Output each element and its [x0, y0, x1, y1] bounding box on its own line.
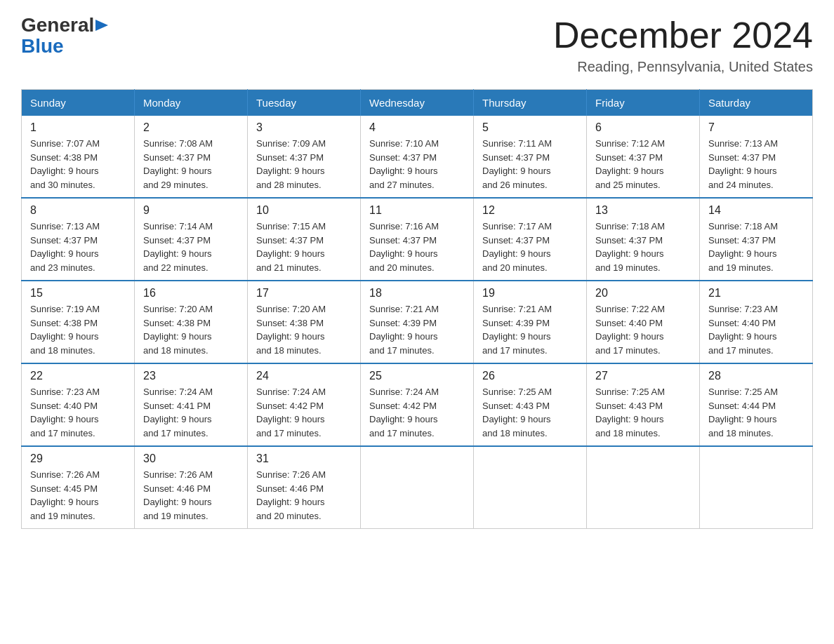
- calendar-cell: 1Sunrise: 7:07 AMSunset: 4:38 PMDaylight…: [22, 116, 135, 198]
- calendar-cell: 24Sunrise: 7:24 AMSunset: 4:42 PMDayligh…: [248, 363, 361, 446]
- day-number: 2: [143, 121, 239, 134]
- day-number: 31: [256, 452, 352, 465]
- calendar-table: SundayMondayTuesdayWednesdayThursdayFrid…: [21, 89, 813, 529]
- day-number: 5: [482, 121, 578, 134]
- day-info: Sunrise: 7:26 AMSunset: 4:46 PMDaylight:…: [143, 468, 239, 523]
- weekday-header-friday: Friday: [587, 90, 700, 116]
- day-number: 7: [708, 121, 804, 134]
- day-info: Sunrise: 7:15 AMSunset: 4:37 PMDaylight:…: [256, 220, 352, 274]
- calendar-cell: 12Sunrise: 7:17 AMSunset: 4:37 PMDayligh…: [474, 198, 587, 281]
- week-row-4: 22Sunrise: 7:23 AMSunset: 4:40 PMDayligh…: [22, 363, 813, 446]
- calendar-cell: [474, 446, 587, 529]
- day-number: 22: [30, 370, 126, 382]
- calendar-cell: 29Sunrise: 7:26 AMSunset: 4:45 PMDayligh…: [22, 446, 135, 529]
- day-number: 18: [369, 287, 465, 300]
- day-number: 3: [256, 121, 352, 134]
- svg-marker-0: [95, 20, 108, 31]
- calendar-cell: 9Sunrise: 7:14 AMSunset: 4:37 PMDaylight…: [135, 198, 248, 281]
- day-number: 15: [30, 287, 126, 300]
- day-info: Sunrise: 7:20 AMSunset: 4:38 PMDaylight:…: [256, 302, 352, 357]
- header: General Blue December 2024 Reading, Penn…: [21, 14, 813, 75]
- week-row-3: 15Sunrise: 7:19 AMSunset: 4:38 PMDayligh…: [22, 281, 813, 363]
- day-number: 27: [595, 370, 691, 382]
- calendar-cell: 5Sunrise: 7:11 AMSunset: 4:37 PMDaylight…: [474, 116, 587, 198]
- month-year-title: December 2024: [553, 14, 813, 56]
- day-number: 16: [143, 287, 239, 300]
- day-info: Sunrise: 7:18 AMSunset: 4:37 PMDaylight:…: [595, 220, 691, 274]
- weekday-header-monday: Monday: [135, 90, 248, 116]
- calendar-cell: 8Sunrise: 7:13 AMSunset: 4:37 PMDaylight…: [22, 198, 135, 281]
- day-info: Sunrise: 7:24 AMSunset: 4:42 PMDaylight:…: [369, 385, 465, 440]
- day-info: Sunrise: 7:25 AMSunset: 4:44 PMDaylight:…: [708, 385, 804, 440]
- day-info: Sunrise: 7:25 AMSunset: 4:43 PMDaylight:…: [595, 385, 691, 440]
- calendar-cell: 10Sunrise: 7:15 AMSunset: 4:37 PMDayligh…: [248, 198, 361, 281]
- weekday-header-thursday: Thursday: [474, 90, 587, 116]
- day-info: Sunrise: 7:10 AMSunset: 4:37 PMDaylight:…: [369, 137, 465, 192]
- day-number: 9: [143, 204, 239, 217]
- day-info: Sunrise: 7:18 AMSunset: 4:37 PMDaylight:…: [708, 220, 804, 274]
- week-row-2: 8Sunrise: 7:13 AMSunset: 4:37 PMDaylight…: [22, 198, 813, 281]
- day-number: 10: [256, 204, 352, 217]
- week-row-5: 29Sunrise: 7:26 AMSunset: 4:45 PMDayligh…: [22, 446, 813, 529]
- weekday-header-wednesday: Wednesday: [361, 90, 474, 116]
- logo-blue-text: Blue: [21, 36, 64, 56]
- day-number: 24: [256, 370, 352, 382]
- day-info: Sunrise: 7:22 AMSunset: 4:40 PMDaylight:…: [595, 302, 691, 357]
- calendar-cell: 28Sunrise: 7:25 AMSunset: 4:44 PMDayligh…: [700, 363, 813, 446]
- day-info: Sunrise: 7:16 AMSunset: 4:37 PMDaylight:…: [369, 220, 465, 274]
- day-number: 4: [369, 121, 465, 134]
- calendar-cell: 30Sunrise: 7:26 AMSunset: 4:46 PMDayligh…: [135, 446, 248, 529]
- calendar-cell: 19Sunrise: 7:21 AMSunset: 4:39 PMDayligh…: [474, 281, 587, 363]
- calendar-cell: [361, 446, 474, 529]
- calendar-cell: 6Sunrise: 7:12 AMSunset: 4:37 PMDaylight…: [587, 116, 700, 198]
- day-number: 12: [482, 204, 578, 217]
- day-number: 14: [708, 204, 804, 217]
- day-info: Sunrise: 7:19 AMSunset: 4:38 PMDaylight:…: [30, 302, 126, 357]
- calendar-cell: [700, 446, 813, 529]
- day-number: 20: [595, 287, 691, 300]
- logo: General Blue: [21, 14, 108, 56]
- day-info: Sunrise: 7:14 AMSunset: 4:37 PMDaylight:…: [143, 220, 239, 274]
- weekday-header-sunday: Sunday: [22, 90, 135, 116]
- weekday-header-tuesday: Tuesday: [248, 90, 361, 116]
- calendar-cell: 14Sunrise: 7:18 AMSunset: 4:37 PMDayligh…: [700, 198, 813, 281]
- day-info: Sunrise: 7:21 AMSunset: 4:39 PMDaylight:…: [369, 302, 465, 357]
- calendar-cell: 31Sunrise: 7:26 AMSunset: 4:46 PMDayligh…: [248, 446, 361, 529]
- weekday-header-saturday: Saturday: [700, 90, 813, 116]
- day-info: Sunrise: 7:23 AMSunset: 4:40 PMDaylight:…: [30, 385, 126, 440]
- calendar-cell: 11Sunrise: 7:16 AMSunset: 4:37 PMDayligh…: [361, 198, 474, 281]
- calendar-cell: [587, 446, 700, 529]
- calendar-cell: 27Sunrise: 7:25 AMSunset: 4:43 PMDayligh…: [587, 363, 700, 446]
- calendar-cell: 18Sunrise: 7:21 AMSunset: 4:39 PMDayligh…: [361, 281, 474, 363]
- day-number: 8: [30, 204, 126, 217]
- calendar-cell: 25Sunrise: 7:24 AMSunset: 4:42 PMDayligh…: [361, 363, 474, 446]
- day-number: 30: [143, 452, 239, 465]
- day-number: 23: [143, 370, 239, 382]
- title-area: December 2024 Reading, Pennsylvania, Uni…: [553, 14, 813, 75]
- day-info: Sunrise: 7:12 AMSunset: 4:37 PMDaylight:…: [595, 137, 691, 192]
- calendar-cell: 15Sunrise: 7:19 AMSunset: 4:38 PMDayligh…: [22, 281, 135, 363]
- logo-general-text: General: [21, 14, 94, 36]
- weekday-header-row: SundayMondayTuesdayWednesdayThursdayFrid…: [22, 90, 813, 116]
- day-number: 21: [708, 287, 804, 300]
- day-info: Sunrise: 7:26 AMSunset: 4:45 PMDaylight:…: [30, 468, 126, 523]
- calendar-cell: 20Sunrise: 7:22 AMSunset: 4:40 PMDayligh…: [587, 281, 700, 363]
- day-info: Sunrise: 7:13 AMSunset: 4:37 PMDaylight:…: [30, 220, 126, 274]
- logo-arrow-icon: [95, 18, 108, 32]
- calendar-cell: 2Sunrise: 7:08 AMSunset: 4:37 PMDaylight…: [135, 116, 248, 198]
- day-number: 13: [595, 204, 691, 217]
- day-info: Sunrise: 7:07 AMSunset: 4:38 PMDaylight:…: [30, 137, 126, 192]
- day-number: 29: [30, 452, 126, 465]
- day-info: Sunrise: 7:24 AMSunset: 4:42 PMDaylight:…: [256, 385, 352, 440]
- day-info: Sunrise: 7:26 AMSunset: 4:46 PMDaylight:…: [256, 468, 352, 523]
- day-number: 11: [369, 204, 465, 217]
- calendar-cell: 13Sunrise: 7:18 AMSunset: 4:37 PMDayligh…: [587, 198, 700, 281]
- week-row-1: 1Sunrise: 7:07 AMSunset: 4:38 PMDaylight…: [22, 116, 813, 198]
- day-info: Sunrise: 7:13 AMSunset: 4:37 PMDaylight:…: [708, 137, 804, 192]
- location-subtitle: Reading, Pennsylvania, United States: [553, 59, 813, 75]
- day-info: Sunrise: 7:17 AMSunset: 4:37 PMDaylight:…: [482, 220, 578, 274]
- day-info: Sunrise: 7:25 AMSunset: 4:43 PMDaylight:…: [482, 385, 578, 440]
- calendar-cell: 17Sunrise: 7:20 AMSunset: 4:38 PMDayligh…: [248, 281, 361, 363]
- day-number: 19: [482, 287, 578, 300]
- calendar-cell: 22Sunrise: 7:23 AMSunset: 4:40 PMDayligh…: [22, 363, 135, 446]
